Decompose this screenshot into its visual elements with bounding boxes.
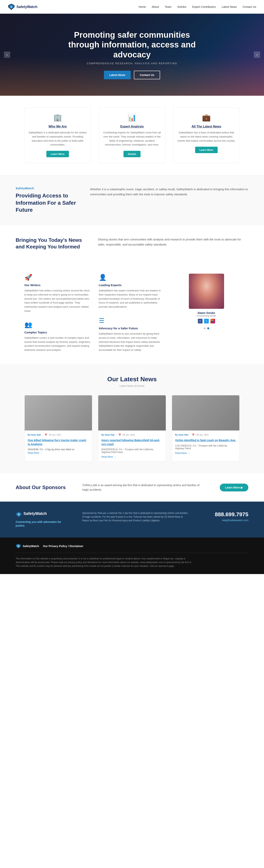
latest-news-section: Our Latest News Latest News & Events By … <box>0 364 264 473</box>
news-author-1: By Sean Hall <box>28 434 41 436</box>
hero-prev-button[interactable]: ‹ <box>4 52 10 58</box>
feature-desc-expert-analysis: Contributing experts for SafetyWatch com… <box>103 131 161 147</box>
contributor-social: f t 📷 <box>173 319 240 323</box>
hero-contact-us-button[interactable]: Contact Us <box>134 71 160 79</box>
about-heading: Providing Access to Information For a Sa… <box>16 192 78 214</box>
news-date-icon-3: 📅 <box>192 434 195 436</box>
news-image-2 <box>98 395 166 431</box>
sponsors-text: TORKLLAW is an award winning law firm th… <box>82 483 200 492</box>
instagram-icon[interactable]: 📷 <box>210 319 215 323</box>
news-date-1: 08 Jan, 2021 <box>49 434 61 436</box>
feature-desc-who-we-are: SafetyWatch is a dedicated advocate for … <box>29 131 87 147</box>
news-excerpt-2: BAKERSFIELD, CA – Troopers with the Cali… <box>98 447 166 456</box>
advocacy-block: ☰ Advocacy for a Safer Future SafetyWatc… <box>99 317 165 352</box>
hero-subtitle: COMPREHENSIVE RESEARCH, ANALYSIS AND REP… <box>62 62 203 65</box>
news-meta-1: By Sean Hall • 📅 08 Jan, 2021 <box>25 431 92 437</box>
news-card-2: By Sean Hall • 📅 08 Jan, 2021 Injury rep… <box>98 395 166 462</box>
contributor-photo-image <box>189 274 224 309</box>
nav-articles[interactable]: Articles <box>177 5 186 8</box>
news-title-link-2[interactable]: Injury reported following Bakersfield hi… <box>98 437 166 447</box>
footer-bottom-logo-icon: S <box>16 544 21 549</box>
feature-learn-more-button-2[interactable]: Learn More <box>195 147 217 153</box>
hero-latest-news-button[interactable]: Latest News <box>104 71 131 79</box>
hero-title: Promoting safer communities through info… <box>62 30 203 60</box>
sponsors-heading: About Our Sponsors <box>16 485 71 491</box>
feature-details-button[interactable]: Details <box>124 151 140 157</box>
our-writers-block: 🚀 Our Writers SafetyWatch has writers co… <box>24 274 91 313</box>
advocacy-title: Advocacy for a Safer Future <box>99 327 165 330</box>
writers-middle-column: 👤 Leading Experts SafetyWatch has expert… <box>99 274 165 352</box>
complex-topics-block: 👥 Complex Topics SafetyWatch covers a va… <box>24 321 91 352</box>
nav-team[interactable]: Team <box>165 5 171 8</box>
news-intro-section: Bringing You Today's News and Keeping Yo… <box>0 225 264 262</box>
complex-topics-desc: SafetyWatch covers a vast number of comp… <box>24 336 91 352</box>
advocacy-icon: ☰ <box>99 317 165 324</box>
contributor-column: Dawn Geske Contributing Writer f t 📷 <box>173 274 240 352</box>
leading-experts-icon: 👤 <box>99 274 165 281</box>
complex-topics-icon: 👥 <box>24 321 91 328</box>
hero-buttons: Latest News Contact Us <box>62 71 203 79</box>
news-title-link-3[interactable]: Victim identified in fatal crash on Beau… <box>172 437 240 443</box>
sponsors-left: About Our Sponsors <box>16 485 71 491</box>
svg-text:S: S <box>18 545 19 547</box>
news-title-link-1[interactable]: One killed following fiery tractor-trail… <box>25 437 92 447</box>
about-text: Whether it is a catastrophic event, trag… <box>90 187 248 197</box>
footer-logo: S SafetyWatch <box>16 512 71 518</box>
feature-learn-more-button-1[interactable]: Learn More <box>46 151 69 157</box>
dot-1[interactable] <box>204 328 206 329</box>
footer-tagline: Connecting you with advocates for justic… <box>16 520 71 528</box>
leading-experts-block: 👤 Leading Experts SafetyWatch has expert… <box>99 274 165 309</box>
svg-text:S: S <box>10 5 12 8</box>
safetywatch-logo-icon: S <box>8 3 15 10</box>
writers-section: 🚀 Our Writers SafetyWatch has writers co… <box>0 262 264 364</box>
footer-bottom-logo: S SafetyWatch <box>16 544 39 549</box>
dot-2[interactable] <box>207 328 209 329</box>
news-author-2: By Sean Hall <box>101 434 114 436</box>
footer-brand: S SafetyWatch Connecting you with advoca… <box>16 512 71 528</box>
twitter-icon[interactable]: t <box>204 319 209 323</box>
nav-contact-us[interactable]: Contact Us <box>243 5 256 8</box>
news-card-1: By Sean Hall • 📅 08 Jan, 2021 One killed… <box>24 395 93 462</box>
news-date-2: 08 Jan, 2021 <box>123 434 135 436</box>
nav-home[interactable]: Home <box>138 5 146 8</box>
news-location-1: ANAHEIM, CA – A big rig driver was kille… <box>25 447 92 452</box>
hero-content: Promoting safer communities through info… <box>54 30 210 79</box>
nav-expert-contributors[interactable]: Expert Contributors <box>192 5 216 8</box>
news-excerpt-3: LOS ANGELES, CA – Troopers with the Cali… <box>172 443 240 452</box>
news-image-3 <box>172 395 240 431</box>
sponsors-learn-more-button[interactable]: Learn More ▶ <box>220 484 248 491</box>
nav-latest-news[interactable]: Latest News <box>222 5 237 8</box>
footer-phone[interactable]: 888.699.7975 <box>201 512 248 518</box>
news-intro-left: Bringing You Today's News and Keeping Yo… <box>16 237 86 250</box>
news-intro-heading: Bringing You Today's News and Keeping Yo… <box>16 237 86 250</box>
news-grid: By Sean Hall • 📅 08 Jan, 2021 One killed… <box>24 395 240 462</box>
features-section: 🏢 Who We Are SafetyWatch is a dedicated … <box>0 96 264 175</box>
about-left: SafetyWatch Providing Access to Informat… <box>16 187 78 214</box>
about-brand: SafetyWatch <box>16 187 78 190</box>
sponsors-section: About Our Sponsors TORKLLAW is an award … <box>0 473 264 502</box>
feature-card-who-we-are: 🏢 Who We Are SafetyWatch is a dedicated … <box>24 107 91 163</box>
navbar-logo-text: SafetyWatch <box>17 5 37 9</box>
hero-next-button[interactable]: › <box>254 52 260 58</box>
feature-card-expert-analysis: 📊 Expert Analysis Contributing experts f… <box>99 107 165 163</box>
navbar-logo[interactable]: S SafetyWatch <box>8 3 37 10</box>
read-more-2[interactable]: Read More → <box>98 456 166 461</box>
complex-topics-title: Complex Topics <box>24 331 91 334</box>
footer-bottom-top: S SafetyWatch Our Privacy Policy / Discl… <box>16 544 248 553</box>
news-author-3: By Sean Hall <box>175 434 188 436</box>
facebook-icon[interactable]: f <box>198 319 203 323</box>
footer-disclaimer-title: Our Privacy Policy / Disclaimer <box>43 545 83 548</box>
news-meta-2: By Sean Hall • 📅 08 Jan, 2021 <box>98 431 166 437</box>
footer-bottom: S SafetyWatch Our Privacy Policy / Discl… <box>0 537 264 574</box>
footer-bottom-logo-text: SafetyWatch <box>23 545 39 548</box>
contributor-photo-block: Dawn Geske Contributing Writer f t 📷 <box>173 274 240 329</box>
news-date-icon-2: 📅 <box>118 434 121 436</box>
read-more-1[interactable]: Read More → <box>25 452 92 458</box>
news-card-3: By Sean Hall • 📅 08 Jan, 2021 Victim ide… <box>172 395 240 462</box>
footer-email[interactable]: help@safetywatch.com <box>201 519 248 522</box>
hero-section: ‹ Promoting safer communities through in… <box>0 14 264 96</box>
read-more-3[interactable]: Read More → <box>172 452 240 458</box>
nav-about[interactable]: About <box>152 5 159 8</box>
section-header: Our Latest News Latest News & Events <box>16 376 248 387</box>
our-writers-title: Our Writers <box>24 283 91 287</box>
